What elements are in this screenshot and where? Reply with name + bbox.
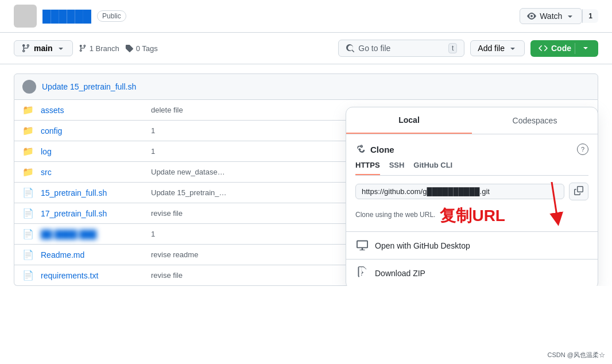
folder-icon: 📁 — [22, 104, 34, 115]
tab-local[interactable]: Local — [346, 107, 472, 134]
clone-section: Clone ? HTTPS SSH GitHub CLI https://git… — [346, 134, 598, 231]
code-icon — [539, 44, 548, 53]
desktop-icon — [355, 239, 369, 252]
file-name[interactable]: assets — [41, 106, 144, 115]
code-dropdown: Local Codespaces Clone ? HTTPS SSH GitHu… — [346, 107, 598, 286]
chevron-down-icon3 — [508, 44, 517, 53]
chevron-down-icon — [565, 11, 575, 21]
file-icon: 📄 — [22, 249, 34, 260]
download-zip-label: Download ZIP — [375, 269, 425, 278]
code-button[interactable]: Code — [530, 40, 598, 57]
file-icon: 📄 — [22, 270, 34, 281]
clone-header: Clone ? — [355, 144, 588, 155]
tag-info[interactable]: 0 Tags — [125, 44, 158, 53]
commit-author-avatar — [22, 80, 36, 94]
subtab-cli[interactable]: GitHub CLI — [413, 161, 452, 175]
tab-codespaces[interactable]: Codespaces — [472, 107, 598, 134]
file-name[interactable]: ██ ████ ███ — [41, 230, 144, 239]
eye-icon — [527, 11, 536, 21]
branch-name: main — [34, 44, 53, 53]
tag-icon — [125, 44, 133, 52]
search-icon — [346, 44, 355, 53]
clone-subtabs: HTTPS SSH GitHub CLI — [355, 161, 588, 176]
go-to-file-shortcut: t — [448, 43, 457, 53]
subtab-ssh[interactable]: SSH — [389, 161, 405, 175]
subtab-https[interactable]: HTTPS — [355, 161, 380, 175]
open-desktop-label: Open with GitHub Desktop — [375, 241, 470, 250]
public-badge: Public — [97, 10, 126, 22]
clone-title: Clone — [355, 144, 394, 154]
go-to-file-label: Go to file — [358, 44, 390, 53]
watch-label: Watch — [540, 11, 562, 21]
go-to-file-input[interactable]: Go to file t — [338, 40, 464, 57]
clone-icon — [355, 144, 366, 154]
download-zip-action[interactable]: Download ZIP — [346, 259, 598, 286]
clone-url-display[interactable]: https://github.com/g██████████.git — [355, 184, 564, 199]
file-name[interactable]: log — [41, 147, 144, 156]
repo-name[interactable]: ██████ — [42, 10, 91, 23]
watch-section: Watch 1 — [520, 8, 598, 24]
tag-count: 0 Tags — [136, 44, 158, 53]
add-file-button[interactable]: Add file — [470, 40, 525, 56]
file-header: Update 15_pretrain_full.sh — [14, 73, 598, 100]
file-name[interactable]: requirements.txt — [41, 271, 144, 280]
content-area: Update 15_pretrain_full.sh 📁 assets dele… — [0, 73, 612, 286]
file-icon: 📄 — [22, 229, 34, 239]
file-name[interactable]: src — [41, 168, 144, 177]
branch-icon — [21, 44, 30, 53]
file-icon: 📄 — [22, 208, 34, 219]
file-name[interactable]: config — [41, 126, 144, 135]
watch-button[interactable]: Watch — [520, 8, 582, 24]
help-button[interactable]: ? — [577, 144, 588, 155]
open-desktop-action[interactable]: Open with GitHub Desktop — [346, 231, 598, 259]
folder-icon: 📁 — [22, 125, 34, 136]
file-icon: 📄 — [22, 187, 34, 198]
add-file-label: Add file — [478, 44, 505, 53]
code-btn-arrow[interactable] — [575, 43, 590, 54]
branch-count: 1 Branch — [90, 44, 119, 53]
toolbar: main 1 Branch 0 Tags Go to file t Add fi… — [0, 33, 612, 64]
repo-info: ██████ Public — [14, 5, 126, 28]
copy-icon — [574, 186, 583, 195]
clone-cta-text: 复制URL — [440, 205, 505, 227]
watch-count: 1 — [582, 9, 598, 23]
top-bar: ██████ Public Watch 1 — [0, 0, 612, 33]
branch-selector[interactable]: main — [14, 40, 73, 56]
chevron-down-icon4 — [581, 43, 590, 52]
repo-avatar — [14, 5, 37, 28]
file-name[interactable]: 17_pretrain_full.sh — [41, 209, 144, 218]
commit-message[interactable]: Update 15_pretrain_full.sh — [42, 82, 136, 91]
clone-url-row: https://github.com/g██████████.git — [355, 183, 588, 200]
dropdown-tabs: Local Codespaces — [346, 107, 598, 134]
code-label: Code — [551, 44, 571, 53]
chevron-down-icon2 — [56, 44, 65, 53]
branch-icon2 — [79, 44, 87, 52]
file-name[interactable]: Readme.md — [41, 250, 144, 260]
clone-desc-row: Clone using the web URL. 复制URL — [355, 205, 588, 227]
folder-icon: 📁 — [22, 146, 34, 157]
clone-desc: Clone using the web URL. — [355, 211, 435, 219]
clone-title-text: Clone — [370, 145, 394, 154]
help-label: ? — [581, 146, 584, 153]
file-name[interactable]: 15_pretrain_full.sh — [41, 188, 144, 198]
branch-info[interactable]: 1 Branch — [79, 44, 119, 53]
copy-url-button[interactable] — [569, 183, 588, 200]
folder-icon: 📁 — [22, 166, 34, 177]
zip-icon — [355, 266, 369, 280]
